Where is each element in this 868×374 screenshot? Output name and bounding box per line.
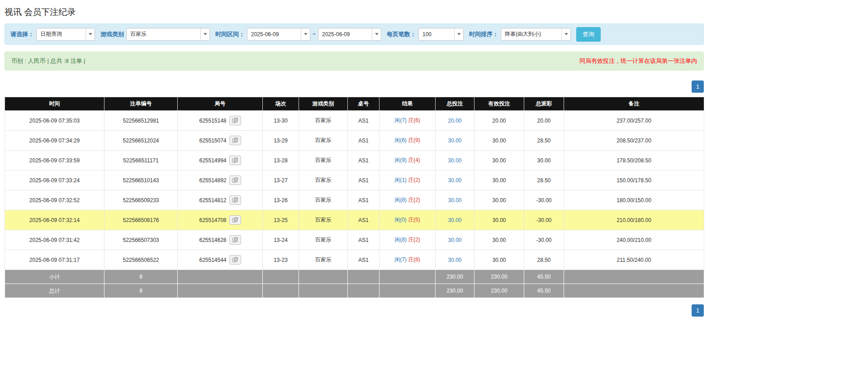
cell-total-bet: 30.00 — [436, 131, 474, 151]
date-to-value: 2025-06-09 — [318, 31, 372, 38]
cell-payout: -30.00 — [524, 190, 564, 210]
game-replay-icon[interactable] — [229, 136, 241, 145]
chevron-down-icon[interactable] — [561, 28, 570, 40]
result-player: 闲(6) — [394, 137, 407, 143]
result-banker: 庄(2) — [408, 197, 420, 203]
result-player: 闲(7) — [394, 256, 407, 263]
page-title: 视讯 会员下注纪录 — [5, 6, 704, 18]
game-replay-icon[interactable] — [229, 235, 241, 245]
cell-time: 2025-06-09 07:34:29 — [5, 131, 104, 151]
cell-note: 180.00/150.00 — [564, 190, 704, 210]
query-type-select[interactable]: 日期查询 — [36, 28, 95, 41]
header-session: 场次 — [263, 97, 299, 111]
sort-order-label: 时间排序： — [469, 30, 498, 38]
cell-payout: -30.00 — [524, 210, 564, 230]
cell-round-id: 625514544 — [178, 250, 263, 270]
total-bet-link[interactable]: 30.00 — [448, 157, 461, 164]
round-id-value: 625514812 — [199, 197, 226, 204]
header-game-type: 游戏类别 — [299, 97, 348, 111]
date-from-select[interactable]: 2025-06-09 — [247, 28, 310, 41]
date-to-select[interactable]: 2025-06-09 — [318, 28, 381, 41]
cell-result: 闲(9) 庄(4) — [379, 151, 436, 170]
cell-game-type: 百家乐 — [299, 250, 348, 270]
cell-result: 闲(8) 庄(2) — [379, 190, 436, 210]
game-replay-icon[interactable] — [229, 215, 241, 225]
cell-round-id: 625514994 — [178, 151, 263, 170]
result-banker: 庄(2) — [408, 237, 420, 243]
page-button[interactable]: 1 — [692, 304, 704, 317]
total-payout: 45.50 — [524, 284, 564, 298]
game-replay-icon[interactable] — [229, 156, 241, 165]
total-bet-link[interactable]: 30.00 — [448, 257, 461, 263]
page-size-select[interactable]: 100 — [418, 28, 464, 41]
chevron-down-icon[interactable] — [200, 28, 209, 40]
cell-time: 2025-06-09 07:35:03 — [5, 111, 104, 131]
query-type-label: 请选择： — [10, 30, 34, 38]
game-replay-icon[interactable] — [229, 116, 241, 125]
chevron-down-icon[interactable] — [372, 28, 381, 40]
game-replay-icon[interactable] — [229, 255, 241, 265]
cell-valid-bet: 20.00 — [474, 111, 524, 131]
cell-payout: 30.00 — [524, 151, 564, 170]
chevron-down-icon[interactable] — [85, 28, 95, 40]
cell-bet-id: 522566506522 — [104, 250, 178, 270]
cell-bet-id: 522566508176 — [104, 210, 178, 230]
cell-payout: 28.50 — [524, 250, 564, 270]
filter-bar: 请选择： 日期查询 游戏类别 百家乐 时间区间： 2025-06-09 ~ 20… — [5, 24, 704, 45]
total-bet-link[interactable]: 30.00 — [448, 217, 461, 223]
sort-order-select[interactable]: 降幂(由大到小) — [501, 28, 571, 41]
cell-note: 208.50/237.00 — [564, 131, 704, 151]
game-replay-icon[interactable] — [229, 195, 241, 205]
total-bet-link[interactable]: 30.00 — [448, 237, 461, 243]
cell-bet-id: 522566507303 — [104, 230, 178, 250]
cell-session: 13-24 — [263, 230, 299, 250]
total-row: 总计 8 230.00 230.00 45.50 — [5, 284, 704, 298]
sort-order-value: 降幂(由大到小) — [501, 30, 561, 38]
page-size-label: 每页笔数： — [387, 30, 416, 38]
total-bet-link[interactable]: 30.00 — [448, 197, 461, 204]
result-player: 闲(8) — [394, 237, 407, 243]
cell-valid-bet: 30.00 — [474, 151, 524, 170]
table-body: 2025-06-09 07:35:03 522566512981 6255151… — [5, 111, 704, 270]
game-replay-icon[interactable] — [229, 175, 241, 185]
table-row: 2025-06-09 07:32:52 522566509233 6255148… — [5, 190, 704, 210]
round-id-value: 625515074 — [199, 137, 226, 144]
total-bet-link[interactable]: 30.00 — [448, 177, 461, 184]
chevron-down-icon[interactable] — [301, 28, 310, 40]
total-bet-link[interactable]: 20.00 — [448, 118, 461, 124]
round-id-value: 625514544 — [199, 257, 226, 263]
cell-total-bet: 20.00 — [436, 111, 474, 131]
date-separator: ~ — [313, 31, 316, 38]
cell-time: 2025-06-09 07:31:42 — [5, 230, 104, 250]
cell-total-bet: 30.00 — [436, 151, 474, 170]
cell-bet-id: 522566510143 — [104, 170, 178, 190]
total-bet-link[interactable]: 30.00 — [448, 137, 461, 144]
cell-table-no: AS1 — [348, 210, 379, 230]
cell-valid-bet: 30.00 — [474, 230, 524, 250]
cell-table-no: AS1 — [348, 230, 379, 250]
cell-game-type: 百家乐 — [299, 230, 348, 250]
cell-result: 闲(8) 庄(2) — [379, 230, 436, 250]
cell-bet-id: 522566512024 — [104, 131, 178, 151]
search-button[interactable]: 查询 — [576, 27, 601, 42]
cell-note: 237.00/257.00 — [564, 111, 704, 131]
chevron-down-icon[interactable] — [454, 28, 463, 40]
game-type-select[interactable]: 百家乐 — [126, 28, 210, 41]
cell-game-type: 百家乐 — [299, 210, 348, 230]
header-round-id: 局号 — [178, 97, 263, 111]
cell-time: 2025-06-09 07:31:17 — [5, 250, 104, 270]
table-row: 2025-06-09 07:35:03 522566512981 6255151… — [5, 111, 704, 131]
result-banker: 庄(8) — [408, 256, 420, 263]
cell-round-id: 625514708 — [178, 210, 263, 230]
cell-session: 13-30 — [263, 111, 299, 131]
cell-bet-id: 522566511171 — [104, 151, 178, 170]
cell-total-bet: 30.00 — [436, 230, 474, 250]
cell-payout: 28.50 — [524, 170, 564, 190]
page-button[interactable]: 1 — [692, 80, 704, 93]
cell-table-no: AS1 — [348, 250, 379, 270]
round-id-value: 625514892 — [199, 177, 226, 184]
result-banker: 庄(5) — [408, 217, 420, 223]
cell-time: 2025-06-09 07:32:52 — [5, 190, 104, 210]
cell-payout: 20.00 — [524, 111, 564, 131]
cell-game-type: 百家乐 — [299, 190, 348, 210]
